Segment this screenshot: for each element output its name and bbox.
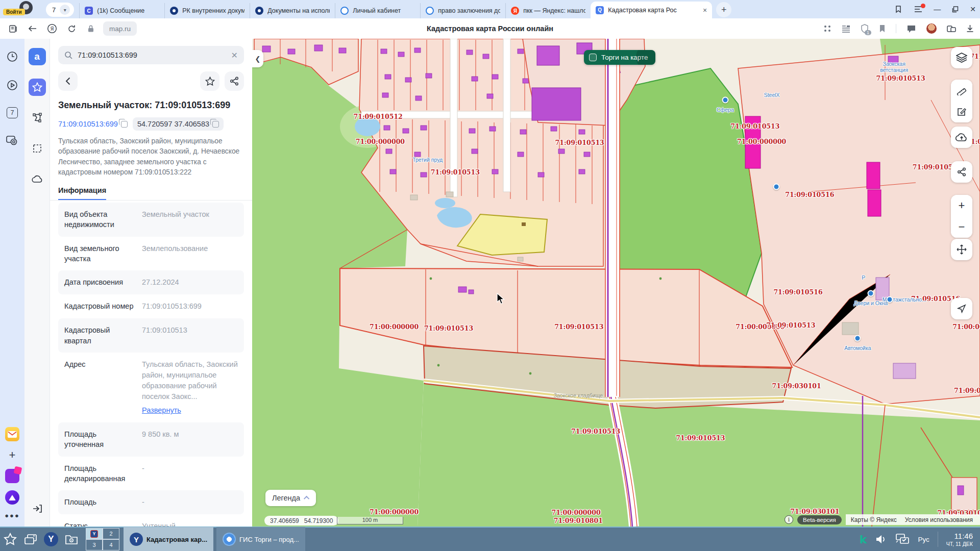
active-tab[interactable]: Q Кадастровая карта Рос × [591, 2, 712, 18]
kaspersky-icon[interactable]: k [860, 533, 867, 546]
tabs-count-icon[interactable]: 7 [7, 107, 18, 118]
messenger-icon[interactable] [906, 24, 916, 33]
history-icon[interactable] [6, 50, 19, 63]
select-area-tool-icon[interactable] [29, 140, 46, 157]
cloud-upload-button[interactable] [951, 127, 972, 148]
favorite-star-button[interactable] [200, 71, 219, 91]
yandex-browser-icon[interactable]: Y [41, 528, 61, 550]
expand-link[interactable]: Развернуть [142, 405, 238, 416]
alice-icon[interactable] [5, 490, 19, 505]
login-badge[interactable]: Войти [3, 9, 25, 15]
tab-close-icon[interactable]: × [703, 6, 707, 14]
clear-search-icon[interactable]: ✕ [231, 51, 238, 60]
screenshot-icon[interactable] [6, 134, 19, 147]
share-button[interactable] [225, 71, 244, 91]
cadastral-number-link[interactable]: 71:09:010513:699 [58, 120, 128, 128]
close-button[interactable]: ✕ [970, 5, 976, 13]
browser-tab[interactable]: Документы на исполнен [250, 3, 335, 18]
tiles-icon[interactable] [823, 24, 831, 33]
poi-label: SteelX [764, 92, 780, 98]
desktop-4-cell[interactable]: 4 [103, 539, 119, 550]
search-input[interactable] [78, 51, 226, 59]
browser-tab[interactable]: РК внутренних докумен [164, 3, 250, 18]
back-button[interactable] [26, 21, 40, 36]
torgi-checkbox[interactable] [589, 54, 597, 61]
volume-icon[interactable] [875, 534, 887, 544]
windows-icon[interactable] [20, 528, 41, 550]
video-icon[interactable] [6, 79, 19, 92]
info-icon[interactable]: i [785, 515, 793, 524]
language-indicator[interactable]: Рус [918, 536, 929, 543]
ruler-button[interactable] [951, 80, 972, 101]
lock-icon[interactable] [84, 21, 98, 36]
pan-button[interactable] [951, 239, 972, 260]
row-label: Вид земельного участка [64, 243, 135, 264]
row-value: Тульская область, Заокский район, муници… [142, 360, 238, 400]
browser-tab[interactable]: Личный кабинет [335, 3, 420, 18]
desktop-3-cell[interactable]: 3 [86, 539, 103, 550]
desktop-1-cell[interactable]: Y [86, 528, 103, 539]
back-chevron-button[interactable] [58, 71, 78, 91]
maximize-button[interactable] [952, 6, 959, 13]
map-ru-app-logo[interactable]: a [29, 48, 46, 65]
polygon-tool-icon[interactable] [29, 109, 46, 127]
bookmarks-panel-icon[interactable] [895, 5, 903, 13]
poi-icon[interactable] [722, 97, 728, 104]
exit-icon[interactable] [29, 500, 46, 517]
browser-tab[interactable]: Я пкк — Яндекс: нашлось 5 [505, 3, 591, 18]
address-bar[interactable]: map.ru [103, 21, 137, 36]
bookmark-flag-icon[interactable] [879, 24, 886, 33]
zoom-in-button[interactable]: + [951, 195, 972, 216]
reload-button[interactable] [64, 21, 79, 36]
search-box[interactable]: ✕ [58, 46, 244, 64]
desktop-2-cell[interactable]: 2 [103, 528, 119, 539]
task-kadastr[interactable]: Y Кадастровая кар... [124, 527, 213, 551]
user-avatar[interactable] [926, 23, 937, 34]
panel-collapse-button[interactable]: ❮ [252, 50, 263, 67]
poi-icon[interactable] [854, 335, 861, 341]
downloads-icon[interactable] [966, 24, 974, 33]
map-share-button[interactable] [951, 161, 972, 183]
displays-icon[interactable] [895, 533, 910, 545]
add-app-icon[interactable]: + [6, 448, 19, 462]
protect-shield-icon[interactable]: 1 [861, 24, 869, 33]
task-gis-torgi[interactable]: ГИС Торги – прод... [216, 527, 305, 551]
locate-button[interactable] [951, 298, 972, 319]
new-tab-button[interactable]: + [716, 2, 731, 17]
launcher-star-icon[interactable] [0, 528, 20, 550]
reading-list-icon[interactable] [842, 25, 850, 33]
coordinates-chip[interactable]: 54.720597 37.406583 [133, 117, 224, 131]
copy-icon[interactable] [212, 121, 219, 128]
tab-counter-pill[interactable]: 7 ▾ [46, 3, 74, 17]
music-app-icon[interactable] [5, 469, 19, 483]
legend-button[interactable]: Легенда [265, 490, 316, 506]
clock[interactable]: 11:46 ЧТ, 11 ДЕК [946, 532, 973, 546]
info-tab[interactable]: Информация [58, 186, 244, 201]
cadastral-map[interactable]: 71:09:01051271:00:00000071:09:01051371:0… [252, 39, 980, 527]
favorites-star-button[interactable] [29, 79, 46, 96]
poi-icon[interactable] [887, 296, 893, 303]
cloud-icon[interactable] [29, 170, 46, 188]
minimize-button[interactable]: — [934, 5, 941, 13]
yandex-services-icon[interactable]: Я [45, 21, 59, 36]
torgi-toggle[interactable]: Торги на карте [584, 50, 655, 65]
chevron-down-icon[interactable]: ▾ [60, 5, 70, 15]
tab-groups-icon[interactable] [947, 24, 956, 33]
side-panel-icon[interactable] [6, 21, 20, 36]
browser-tab[interactable]: право заключения догов [420, 3, 505, 18]
cadastral-quarter-label: 71:09:010513 [730, 122, 779, 130]
browser-menu-icon[interactable] [914, 6, 922, 13]
folder-icon[interactable] [61, 528, 82, 550]
zoom-out-button[interactable]: − [951, 216, 972, 238]
poi-icon[interactable] [773, 183, 779, 190]
mail-app-icon[interactable] [5, 427, 19, 441]
browser-profile[interactable]: Войти [2, 0, 46, 18]
more-apps-icon[interactable]: ●●● [5, 512, 20, 519]
layers-button[interactable] [951, 47, 972, 68]
draw-button[interactable] [951, 101, 972, 122]
terms-link[interactable]: Условия использования [905, 516, 973, 523]
poi-icon[interactable] [868, 290, 874, 297]
browser-tab[interactable]: C (1k) Сообщение [79, 3, 164, 18]
browser-side-strip: 7 + ●●● [0, 39, 24, 527]
copy-icon[interactable] [121, 121, 128, 128]
